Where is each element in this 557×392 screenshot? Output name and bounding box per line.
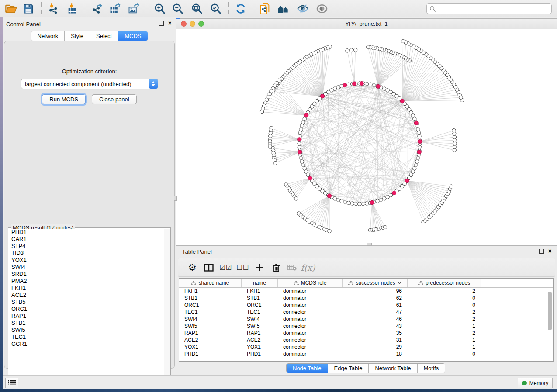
tab-network-table[interactable]: Network Table [369,364,417,373]
refresh-icon [235,3,247,15]
tab-edge-table[interactable]: Edge Table [328,364,369,373]
table-row[interactable]: PHD1PHD1dominator180 [179,351,553,358]
table-scrollbar-thumb[interactable] [548,292,552,330]
tab-node-table[interactable]: Node Table [287,364,328,373]
apply-layout-button[interactable] [233,1,248,16]
zoom-out-button[interactable] [170,1,185,16]
mcds-result-item[interactable]: PMA2 [9,278,164,285]
table-cell: 47 [343,309,408,315]
zoom-in-button[interactable] [152,1,167,16]
tab-mcds[interactable]: MCDS [118,31,147,41]
table-row[interactable]: STB1STB1dominator620 [179,295,553,302]
table-row[interactable]: RAP1RAP1dominator352 [179,330,553,337]
export-image-button[interactable] [126,1,141,16]
table-row[interactable]: SWI4SWI4dominator462 [179,316,553,323]
zoom-out-icon [172,3,184,15]
export-table-button[interactable] [107,1,122,16]
criterion-select[interactable]: largest connected component (undirected) [21,79,158,89]
mcds-result-item[interactable]: SWI4 [9,264,164,271]
column-header-predecessor-nodes[interactable]: predecessor nodes [408,279,481,287]
column-header-mcds-role[interactable]: MCDS role [278,279,343,287]
table-row[interactable]: ORC1ORC1dominator610 [179,302,553,309]
mcds-result-item[interactable]: RAP1 [9,313,164,320]
mcds-result-item[interactable]: STB1 [9,320,164,327]
table-cell: 2 [408,288,481,294]
mcds-result-item[interactable]: SWI5 [9,327,164,334]
column-header-shared-name[interactable]: shared name [179,279,242,287]
mcds-result-item[interactable]: SRD1 [9,271,164,278]
deselect-all-button[interactable]: ☐☐ [236,261,250,274]
network-view-frame: YPA_prune.txt_1 [176,18,557,246]
new-network-from-selection-button[interactable] [257,1,272,16]
mcds-result-item[interactable]: TEC1 [9,334,164,340]
delete-table-button[interactable] [285,261,299,274]
memory-button[interactable]: Memory [518,378,553,388]
mcds-result-item[interactable]: ACE2 [9,292,164,299]
import-network-button[interactable] [46,1,61,16]
table-row[interactable]: ACE2ACE2connector311 [179,337,553,344]
task-history-button[interactable] [5,378,18,388]
show-column-button[interactable] [202,261,216,274]
open-session-button[interactable] [3,1,18,16]
table-row[interactable]: TEC1TEC1connector472 [179,309,553,316]
table-row[interactable]: YOX1YOX1connector291 [179,344,553,351]
table-row[interactable]: FKH1FKH1dominator962 [179,288,553,295]
table-cell: 0 [408,295,481,301]
mcds-result-item[interactable]: YOX1 [9,257,164,264]
mcds-result-item[interactable]: GCR1 [9,340,164,347]
toolbar-search[interactable] [426,3,552,14]
mcds-result-item[interactable]: TID3 [9,250,164,257]
table-row[interactable]: SWI5SWI5connector431 [179,323,553,330]
table-cell: SWI5 [179,323,242,329]
tab-network[interactable]: Network [31,31,65,41]
float-panel-button[interactable] [159,21,164,26]
horizontal-splitter-handle[interactable] [367,243,372,246]
houses-icon [277,3,290,15]
vertical-splitter-handle[interactable] [174,196,177,201]
function-builder-button[interactable]: f(x) [301,261,315,274]
table-close-button[interactable]: × [548,249,552,254]
graphics-details-button[interactable] [295,1,310,16]
birds-eye-view-button[interactable] [315,1,329,16]
zoom-fit-button[interactable] [190,1,204,16]
column-header-name[interactable]: name [242,279,278,287]
tab-style[interactable]: Style [65,31,90,41]
delete-column-button[interactable] [269,261,283,274]
create-column-button[interactable] [253,261,266,274]
main-toolbar [0,0,557,17]
mcds-result-item[interactable]: FKH1 [9,285,164,292]
mcds-result-item[interactable]: STB5 [9,299,164,306]
export-network-button[interactable] [90,1,104,16]
network-canvas[interactable] [176,29,557,245]
mcds-result-item[interactable]: CAR1 [9,236,164,243]
tab-motifs[interactable]: Motifs [418,364,445,373]
mcds-result-list[interactable]: PHD1CAR1STP4TID3YOX1SWI4SRD1PMA2FKH1ACE2… [9,229,164,388]
control-panel: Control Panel × Network Style Select MCD… [3,17,176,375]
table-float-button[interactable] [539,249,544,254]
search-input[interactable] [436,4,551,13]
mcds-result-item[interactable]: PHD1 [9,229,164,236]
table-cell: 46 [343,316,408,322]
zoom-in-icon [154,3,166,15]
network-title: YPA_prune.txt_1 [176,21,557,27]
import-table-button[interactable] [65,1,80,16]
tab-select[interactable]: Select [90,31,118,41]
mcds-list-scrollbar[interactable] [164,229,170,388]
mcds-result-item[interactable]: ORC1 [9,306,164,313]
table-settings-button[interactable]: ⚙ [185,261,199,274]
table-cell: FKH1 [179,288,242,294]
run-mcds-button[interactable]: Run MCDS [42,94,86,104]
close-panel-button[interactable]: × [168,21,172,26]
first-neighbors-button[interactable] [276,1,291,16]
plus-icon [256,264,263,272]
table-cell: ORC1 [242,302,278,308]
table-cell: SWI4 [179,316,242,322]
network-titlebar[interactable]: YPA_prune.txt_1 [176,19,557,29]
mcds-result-item[interactable]: STP4 [9,243,164,250]
select-all-button[interactable]: ☑☑ [219,261,233,274]
zoom-selected-button[interactable] [208,1,223,16]
close-panel-button-mcds[interactable]: Close panel [92,94,137,104]
save-session-button[interactable] [21,1,36,16]
column-header-successor-nodes[interactable]: successor nodes [343,279,408,287]
table-toolbar: ⚙ ☑☑ ☐☐ [178,258,555,277]
